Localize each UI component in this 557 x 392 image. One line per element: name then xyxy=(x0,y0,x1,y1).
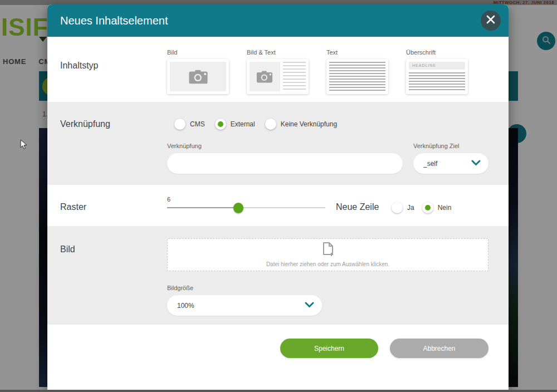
bildgroesse-dropdown-value: 100% xyxy=(177,302,194,310)
mouse-cursor xyxy=(20,139,28,153)
dropzone-text: Datei hierher ziehen oder zum Auswählen … xyxy=(266,261,389,267)
radio-keine-verknuepfung[interactable] xyxy=(265,119,276,130)
link-input[interactable] xyxy=(167,153,403,174)
section-verknuepfung: Verknüpfung CMS External Keine Verknüpfu… xyxy=(47,102,509,185)
target-field-label: Verknüpfung Ziel xyxy=(413,143,460,149)
radio-keine-verknuepfung-label: Keine Verknüpfung xyxy=(281,120,337,128)
content-type-bild-card[interactable] xyxy=(167,59,229,94)
camera-icon xyxy=(170,62,226,91)
camera-icon xyxy=(250,62,280,91)
new-content-element-dialog: Neues Inhaltselement Inhaltstyp Bild xyxy=(47,4,509,392)
radio-nein-label: Nein xyxy=(438,204,452,212)
dialog-header: Neues Inhaltselement xyxy=(47,4,509,37)
link-field-label: Verknüpfung xyxy=(167,143,202,149)
content-type-bild-text[interactable]: Bild & Text xyxy=(247,49,309,94)
content-type-ueberschrift[interactable]: Überschrift HEADLINE xyxy=(406,49,468,94)
content-type-text-label: Text xyxy=(326,49,388,56)
content-type-bild-label: Bild xyxy=(167,49,229,56)
slider-track-filled xyxy=(167,207,238,208)
verknuepfung-radio-group: CMS External Keine Verknüpfung xyxy=(174,119,347,130)
raster-slider-value: 6 xyxy=(167,196,170,203)
dialog-footer: Speichern Abbrechen xyxy=(47,325,509,392)
save-button[interactable]: Speichern xyxy=(280,339,378,358)
section-raster: Raster 6 Neue Zeile Ja Nein xyxy=(47,185,509,226)
chevron-down-icon xyxy=(471,160,481,168)
dialog-title: Neues Inhaltselement xyxy=(60,4,168,37)
content-type-bild-text-card[interactable] xyxy=(247,59,309,94)
raster-slider[interactable]: 6 xyxy=(167,196,325,216)
neue-zeile-label: Neue Zeile xyxy=(336,202,379,212)
add-file-icon xyxy=(322,242,334,259)
content-type-bild-text-label: Bild & Text xyxy=(247,49,309,56)
inhaltstyp-label: Inhaltstyp xyxy=(60,61,98,71)
close-icon xyxy=(486,15,495,26)
verknuepfung-label: Verknüpfung xyxy=(60,119,110,129)
radio-external[interactable] xyxy=(215,119,226,130)
file-dropzone[interactable]: Datei hierher ziehen oder zum Auswählen … xyxy=(167,238,488,271)
content-type-text[interactable]: Text xyxy=(326,49,388,94)
radio-external-label: External xyxy=(231,120,255,128)
radio-cms[interactable] xyxy=(174,119,185,130)
radio-nein[interactable] xyxy=(422,202,433,213)
section-inhaltstyp: Inhaltstyp Bild Bild & Text xyxy=(47,37,509,102)
text-lines-icon xyxy=(329,62,385,91)
chevron-down-icon xyxy=(305,302,314,310)
text-lines-icon xyxy=(283,62,306,91)
content-type-ueberschrift-label: Überschrift xyxy=(406,49,468,56)
screen: MITTWOCH, 27. JUNI 2018 ISIFIV HOME CMS … xyxy=(0,0,557,392)
content-type-text-card[interactable] xyxy=(326,59,388,94)
bildgroesse-dropdown[interactable]: 100% xyxy=(167,295,322,316)
radio-ja[interactable] xyxy=(392,202,403,213)
content-type-bild[interactable]: Bild xyxy=(167,49,229,94)
target-dropdown-value: _self xyxy=(423,160,437,168)
headline-placeholder: HEADLINE xyxy=(409,62,465,70)
section-bild: Bild Datei hierher ziehen oder zum Auswä… xyxy=(47,226,509,325)
radio-ja-label: Ja xyxy=(407,204,414,212)
content-type-ueberschrift-card[interactable]: HEADLINE xyxy=(406,59,468,94)
close-button[interactable] xyxy=(481,11,501,31)
bildgroesse-label: Bildgröße xyxy=(167,285,193,291)
raster-label: Raster xyxy=(60,202,86,212)
target-dropdown[interactable]: _self xyxy=(413,153,488,174)
cancel-button[interactable]: Abbrechen xyxy=(390,339,488,358)
bild-label: Bild xyxy=(60,244,75,254)
neue-zeile-radio-group: Ja Nein xyxy=(392,202,459,213)
text-lines-icon xyxy=(409,72,465,91)
slider-thumb[interactable] xyxy=(233,203,243,213)
content-type-options: Bild Bild & Text xyxy=(167,49,468,94)
window-bottom-edge xyxy=(0,390,557,392)
slider-track-empty xyxy=(238,207,325,208)
radio-cms-label: CMS xyxy=(190,120,205,128)
